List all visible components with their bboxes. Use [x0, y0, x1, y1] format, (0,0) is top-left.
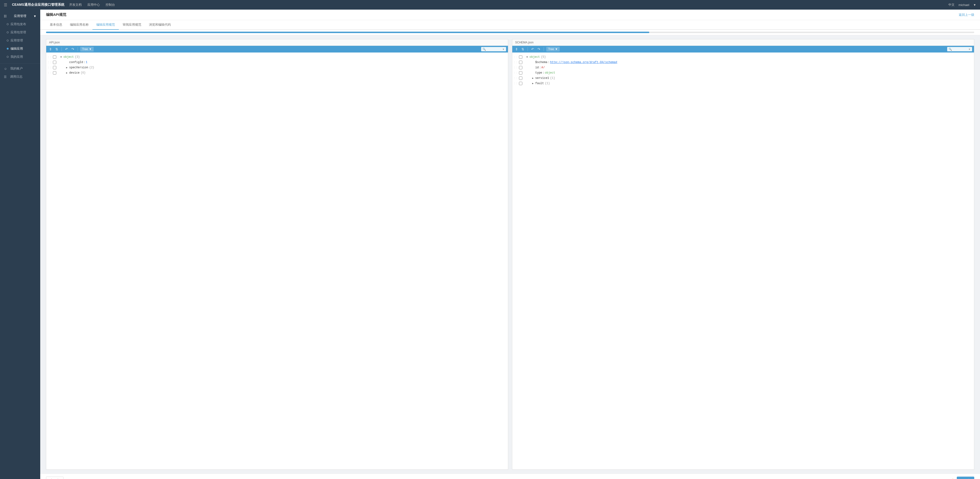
api-root-type: object	[64, 55, 74, 59]
schema-fault-checkbox[interactable]	[519, 82, 522, 85]
api-configid-drag[interactable]: ⋮⋮	[47, 61, 52, 64]
api-device-key: device	[69, 71, 80, 75]
sidebar-item-app-publish[interactable]: 应用包发布	[0, 20, 40, 28]
schema-service1-drag[interactable]: ⋮⋮	[513, 77, 518, 80]
schema-type-checkbox[interactable]	[519, 71, 522, 75]
schema-json-toolbar: ⇕ ⇅ ↶ ↷ Tree ▼ 🔍 ▼	[512, 46, 974, 53]
api-root-drag[interactable]: ⋮⋮	[47, 56, 52, 59]
schema-service1-toggle[interactable]: ▶	[531, 77, 534, 80]
schema-fault-drag[interactable]: ⋮⋮	[513, 82, 518, 85]
sidebar-item-app-pkg-manage[interactable]: 应用包管理	[0, 28, 40, 37]
sidebar-label-app-manage: 应用管理	[11, 38, 23, 43]
schema-id-checkbox[interactable]	[519, 66, 522, 69]
schema-dollar-colon: :	[548, 61, 549, 64]
api-root-checkbox[interactable]	[53, 55, 56, 59]
schema-toolbar-redo[interactable]: ↷	[536, 47, 541, 51]
sidebar-label-my-apps: 我的应用	[11, 55, 23, 59]
api-device-drag[interactable]: ⋮⋮	[47, 72, 52, 74]
api-toolbar-redo[interactable]: ↷	[70, 47, 75, 51]
schema-root-checkbox[interactable]	[519, 55, 522, 59]
sidebar-item-app-manage[interactable]: 应用管理	[0, 37, 40, 45]
progress-bar-fill	[46, 32, 649, 33]
sidebar: ☷ 应用管理 ▼ 应用包发布 应用包管理 应用管理 编辑应用	[0, 10, 40, 479]
prev-btn[interactable]: 上一步	[46, 477, 64, 479]
next-btn[interactable]: 下一步	[957, 477, 974, 479]
schema-toolbar-undo[interactable]: ↶	[530, 47, 535, 51]
app-title: CEAMS通用企业应用接口管理系统	[12, 3, 64, 7]
sidebar-section-app-management: ☷ 应用管理 ▼ 应用包发布 应用包管理 应用管理 编辑应用	[0, 10, 40, 64]
api-json-panel: API.json ⇕ ⇅ ↶ ↷ Tree ▼ 🔍 ▼	[46, 39, 508, 469]
schema-service1-key: service1	[535, 77, 549, 80]
schema-root-toggle[interactable]: ▼	[526, 56, 528, 59]
schema-type-row: ⋮⋮ type : object	[512, 70, 974, 75]
nav-console[interactable]: 控制台	[106, 3, 115, 7]
schema-json-label: SCHEMA.json	[512, 39, 974, 46]
schema-toolbar-search[interactable]: 🔍 ▼	[947, 47, 972, 51]
schema-root-drag[interactable]: ⋮⋮	[513, 56, 518, 59]
schema-dollar-value[interactable]: http://json-schema.org/draft-04/schema#	[550, 61, 617, 64]
tab-edit-app-spec[interactable]: 编辑应用规范	[92, 20, 119, 30]
schema-dollar-checkbox[interactable]	[519, 61, 522, 64]
sidebar-label-app-pkg-manage: 应用包管理	[11, 30, 26, 35]
navbar-left: ☰ CEAMS通用企业应用接口管理系统 开发文档 应用中心 控制台	[4, 3, 115, 7]
api-specversion-checkbox[interactable]	[53, 66, 56, 69]
api-device-checkbox[interactable]	[53, 71, 56, 75]
schema-id-drag[interactable]: ⋮⋮	[513, 66, 518, 69]
api-specversion-count: {2}	[89, 66, 94, 69]
language-selector[interactable]: 中文	[948, 3, 955, 7]
back-link[interactable]: 返回上一级	[959, 13, 974, 17]
api-device-toggle[interactable]: ▶	[65, 72, 68, 74]
sidebar-dot-edit-app	[7, 48, 9, 49]
tab-edit-app-name[interactable]: 编辑应用名称	[66, 20, 92, 30]
tab-review-app-spec[interactable]: 审阅应用规范	[119, 20, 145, 30]
api-toolbar-tree-btn[interactable]: Tree ▼	[80, 47, 94, 51]
schema-type-drag[interactable]: ⋮⋮	[513, 72, 518, 74]
sidebar-dot-app-manage	[7, 40, 9, 42]
sidebar-group-header[interactable]: ☷ 应用管理 ▼	[0, 12, 40, 20]
api-root-toggle[interactable]: ▼	[60, 56, 62, 59]
api-search-dropdown[interactable]: ▼	[502, 48, 504, 51]
sidebar-item-edit-app[interactable]: 编辑应用	[0, 45, 40, 53]
sidebar-item-my-account[interactable]: ☺ 我的账户	[0, 64, 40, 73]
nav-app-center[interactable]: 应用中心	[88, 3, 100, 7]
api-toolbar-undo[interactable]: ↶	[64, 47, 69, 51]
page-footer: 上一步 1 下一步	[40, 474, 980, 479]
schema-search-input[interactable]	[953, 48, 967, 51]
api-tree-arrow: ▼	[89, 48, 92, 51]
api-search-input[interactable]	[487, 48, 501, 51]
schema-toolbar-expand-all[interactable]: ⇕	[514, 47, 519, 51]
schema-json-panel: SCHEMA.json ⇕ ⇅ ↶ ↷ Tree ▼ 🔍 ▼	[512, 39, 974, 469]
sidebar-item-my-apps[interactable]: 我的应用	[0, 53, 40, 61]
api-configid-colon: :	[84, 61, 85, 64]
schema-type-toggle	[531, 72, 534, 74]
schema-root-type: object	[530, 55, 540, 59]
schema-dollar-drag[interactable]: ⋮⋮	[513, 61, 518, 64]
api-device-count: {6}	[81, 71, 86, 75]
api-tree-label: Tree	[82, 48, 88, 51]
sidebar-dot-app-publish	[7, 23, 9, 25]
api-specversion-drag[interactable]: ⋮⋮	[47, 66, 52, 69]
schema-fault-toggle[interactable]: ▶	[531, 82, 534, 85]
api-json-tree: ⋮⋮ ▼ object {3} ⋮⋮ configId	[46, 53, 508, 469]
api-toolbar-expand-all[interactable]: ⇕	[48, 47, 53, 51]
sidebar-item-call-log[interactable]: ☰ 调用日志	[0, 73, 40, 81]
schema-root-count: {5}	[541, 55, 546, 59]
api-specversion-toggle[interactable]: ▶	[65, 66, 68, 69]
hamburger-icon[interactable]: ☰	[4, 3, 7, 7]
schema-dollar-schema-row: ⋮⋮ $schema : http://json-schema.org/draf…	[512, 60, 974, 65]
api-json-label: API.json	[46, 39, 508, 46]
api-toolbar-sort[interactable]: ⇅	[54, 47, 59, 51]
tab-basic-info[interactable]: 基本信息	[46, 20, 66, 30]
sidebar-group-icon: ☷	[4, 14, 7, 18]
schema-service1-checkbox[interactable]	[519, 77, 522, 80]
api-toolbar-search[interactable]: 🔍 ▼	[481, 47, 506, 51]
schema-fault-count: {1}	[545, 82, 550, 85]
user-dropdown-icon[interactable]: ▼	[973, 3, 976, 7]
api-configid-checkbox[interactable]	[53, 61, 56, 64]
schema-toolbar-tree-btn[interactable]: Tree ▼	[546, 47, 560, 51]
tab-browse-edit-code[interactable]: 浏览和编辑代码	[145, 20, 175, 30]
schema-toolbar-sort[interactable]: ⇅	[520, 47, 525, 51]
sidebar-group-arrow: ▼	[33, 14, 37, 18]
nav-dev-docs[interactable]: 开发文档	[69, 3, 82, 7]
schema-search-dropdown[interactable]: ▼	[968, 48, 970, 51]
